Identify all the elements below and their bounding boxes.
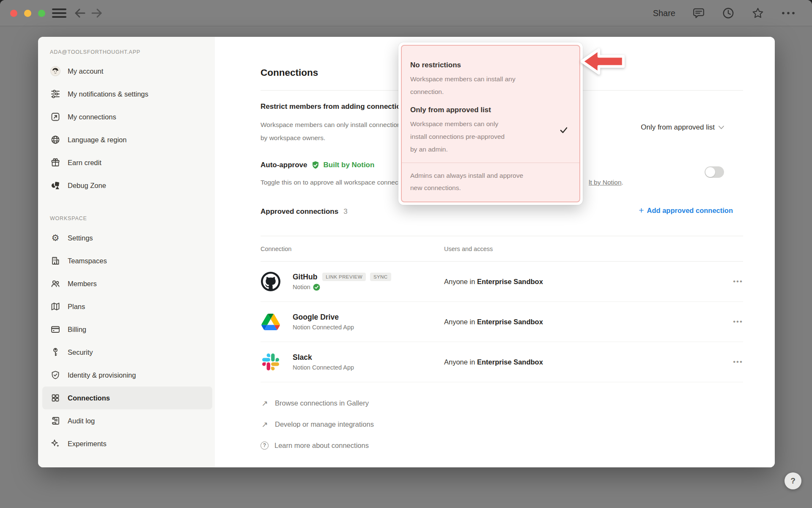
browse-gallery-link[interactable]: ↗ Browse connections in Gallery [261,392,743,414]
sidebar-item-label: Settings [68,234,93,242]
sidebar-item-audit-log[interactable]: Audit log [38,409,215,432]
sidebar-item-label: Members [68,280,97,288]
app-window: Share ADA@TOOLSFORTHOUGHT.APP [0,0,812,508]
row-more-options-icon[interactable]: ••• [733,318,743,326]
connection-name: GitHub [293,273,317,282]
approved-connections-count: 3 [343,207,347,216]
credit-card-icon [50,324,61,335]
comments-icon[interactable] [692,7,705,19]
sidebar-item-my-connections[interactable]: My connections [38,105,215,128]
table-row-google-drive: Google Drive Notion Connected App Anyone… [261,302,743,342]
people-icon [50,278,61,289]
arrow-up-right-icon: ↗ [261,399,269,408]
sidebar-item-label: My notifications & settings [68,90,148,98]
plus-icon: + [639,206,644,215]
avatar [50,66,61,77]
connection-subtitle: Notion Connected App [293,364,354,371]
more-options-icon[interactable] [781,11,796,15]
workspace-section-heading: WORKSPACE [38,214,215,223]
connection-name: Slack [293,353,312,362]
help-button[interactable]: ? [785,472,801,489]
table-row-slack: Slack Notion Connected App Anyone in Ent… [261,342,743,382]
arrow-up-right-icon: ↗ [261,420,269,429]
share-button[interactable]: Share [653,8,675,18]
add-approved-connection-button[interactable]: + Add approved connection [639,206,733,215]
sliders-icon [50,88,61,99]
connection-subtitle: Notion [293,284,310,290]
table-row-github: GitHub LINK PREVIEW SYNC Notion [261,262,743,302]
menu-option-no-restrictions[interactable]: No restrictions Workspace members can in… [402,46,579,98]
red-annotation-arrow-icon [579,47,626,76]
row-more-options-icon[interactable]: ••• [733,277,743,286]
connection-subtitle: Notion Connected App [293,324,354,331]
popup-footer-note: Admins can always install and approve ne… [402,163,579,194]
sidebar-item-identity-provisioning[interactable]: Identity & provisioning [38,364,215,387]
zoom-window-button[interactable] [38,10,45,17]
sidebar-item-debug-zone[interactable]: Debug Zone [38,174,215,197]
scroll-icon [50,415,61,426]
sidebar-item-settings[interactable]: ⚙ Settings [38,226,215,249]
key-icon [50,347,61,358]
sidebar-item-label: Audit log [68,417,95,425]
back-arrow-icon[interactable] [74,7,86,19]
sidebar-item-connections[interactable]: Connections [42,387,212,409]
grid-icon [50,392,61,403]
verified-badge-icon [313,284,320,291]
share-label: Share [653,8,675,18]
sidebar-item-label: My connections [68,113,116,121]
approved-connections-header: Approved connections 3 + Add approved co… [261,206,743,217]
sidebar-item-label: Debug Zone [68,182,106,190]
sidebar-item-label: Experiments [68,440,107,448]
minimize-window-button[interactable] [24,10,31,17]
favorite-star-icon[interactable] [752,7,764,19]
gear-icon: ⚙ [50,232,61,243]
sidebar-item-plans[interactable]: Plans [38,295,215,318]
sidebar-item-label: Teamspaces [68,257,107,265]
column-header-users-access: Users and access [444,246,493,252]
updates-clock-icon[interactable] [722,7,735,19]
learn-more-link[interactable]: ? Learn more about connections [261,435,743,456]
shield-check-icon [50,370,61,381]
row-more-options-icon[interactable]: ••• [733,358,743,366]
develop-integrations-link[interactable]: ↗ Develop or manage integrations [261,414,743,435]
sidebar-item-label: Identity & provisioning [68,371,136,379]
forward-arrow-icon[interactable] [91,7,103,19]
footer-links: ↗ Browse connections in Gallery ↗ Develo… [261,392,743,456]
menu-option-only-from-approved-list[interactable]: Only from approved list Workspace member… [402,104,579,156]
sidebar-item-earn-credit[interactable]: Earn credit [38,151,215,174]
sidebar-item-billing[interactable]: Billing [38,318,215,341]
sidebar-item-label: Plans [68,303,85,311]
account-email: ADA@TOOLSFORTHOUGHT.APP [38,47,215,57]
github-logo-icon [261,271,281,292]
sidebar-item-label: My account [68,67,103,75]
sidebar-item-language-region[interactable]: Language & region [38,128,215,151]
sidebar-item-teamspaces[interactable]: Teamspaces [38,249,215,272]
built-by-notion-badge: Built by Notion [324,161,375,169]
sidebar-item-label: Connections [68,394,110,402]
built-by-notion-link[interactable]: lt by Notion [589,179,622,186]
titlebar: Share [0,0,812,26]
sync-badge: SYNC [370,273,391,281]
sidebar-item-my-account[interactable]: My account [38,60,215,83]
sidebar-item-label: Security [68,348,93,356]
link-preview-badge: LINK PREVIEW [322,273,366,281]
shield-check-green-icon [311,161,320,169]
table-header-row: Connection Users and access [261,236,743,262]
setting-title: Auto-approve [261,160,307,171]
restriction-dropdown-menu: No restrictions Workspace members can in… [398,42,583,205]
hamburger-menu-icon[interactable] [52,8,67,18]
sidebar-item-label: Billing [68,326,86,334]
sidebar-item-notifications-settings[interactable]: My notifications & settings [38,83,215,105]
sparkles-icon [50,438,61,449]
restriction-select[interactable]: Only from approved list [641,121,724,133]
sidebar-item-security[interactable]: Security [38,341,215,364]
close-window-button[interactable] [10,10,17,17]
chevron-down-icon [719,126,724,129]
google-drive-logo-icon [261,312,281,332]
sidebar-item-experiments[interactable]: Experiments [38,432,215,455]
auto-approve-toggle[interactable] [705,166,724,178]
building-icon [50,255,61,266]
sidebar-item-members[interactable]: Members [38,272,215,295]
sidebar-item-label: Language & region [68,136,126,144]
access-cell: Anyone in Enterprise Sandbox [444,278,543,286]
